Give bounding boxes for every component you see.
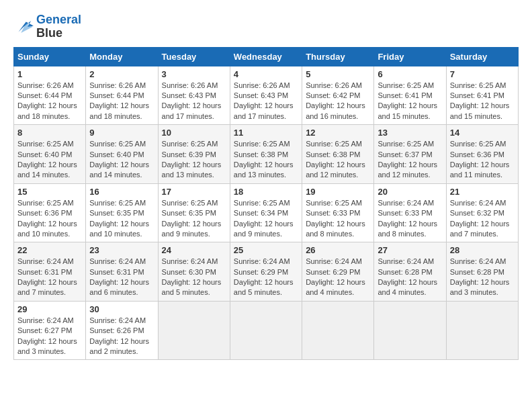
header-monday: Monday xyxy=(86,47,158,66)
day-info: Sunrise: 6:25 AM Sunset: 6:33 PM Dayligh… xyxy=(306,198,370,240)
day-number: 8 xyxy=(17,128,82,138)
day-info: Sunrise: 6:25 AM Sunset: 6:37 PM Dayligh… xyxy=(378,139,442,181)
day-number: 27 xyxy=(378,245,442,255)
day-info: Sunrise: 6:26 AM Sunset: 6:44 PM Dayligh… xyxy=(17,81,82,122)
calendar-day: 12 Sunrise: 6:25 AM Sunset: 6:38 PM Dayl… xyxy=(302,125,374,184)
day-info: Sunrise: 6:26 AM Sunset: 6:43 PM Dayligh… xyxy=(162,81,226,122)
day-number: 5 xyxy=(306,69,370,79)
calendar-day: 11 Sunrise: 6:25 AM Sunset: 6:38 PM Dayl… xyxy=(230,125,302,184)
logo-icon xyxy=(13,17,34,37)
day-info: Sunrise: 6:25 AM Sunset: 6:38 PM Dayligh… xyxy=(306,139,370,181)
day-number: 14 xyxy=(450,128,515,138)
calendar-week-5: 29 Sunrise: 6:24 AM Sunset: 6:27 PM Dayl… xyxy=(14,301,519,360)
calendar-day xyxy=(302,301,374,360)
calendar-day: 29 Sunrise: 6:24 AM Sunset: 6:27 PM Dayl… xyxy=(14,301,86,360)
day-number: 15 xyxy=(17,187,82,197)
day-info: Sunrise: 6:24 AM Sunset: 6:29 PM Dayligh… xyxy=(306,257,370,298)
calendar-day: 22 Sunrise: 6:24 AM Sunset: 6:31 PM Dayl… xyxy=(14,242,86,302)
calendar-day: 5 Sunrise: 6:26 AM Sunset: 6:42 PM Dayli… xyxy=(302,66,374,125)
page-header: GeneralBlue xyxy=(13,13,519,40)
day-info: Sunrise: 6:25 AM Sunset: 6:36 PM Dayligh… xyxy=(450,139,515,181)
day-info: Sunrise: 6:26 AM Sunset: 6:44 PM Dayligh… xyxy=(89,81,154,122)
calendar-day: 28 Sunrise: 6:24 AM Sunset: 6:28 PM Dayl… xyxy=(446,242,518,302)
day-number: 10 xyxy=(162,128,226,138)
day-info: Sunrise: 6:25 AM Sunset: 6:39 PM Dayligh… xyxy=(162,139,226,181)
day-number: 26 xyxy=(306,245,370,255)
calendar-week-2: 8 Sunrise: 6:25 AM Sunset: 6:40 PM Dayli… xyxy=(14,125,519,184)
day-info: Sunrise: 6:25 AM Sunset: 6:38 PM Dayligh… xyxy=(234,139,298,181)
calendar-day: 18 Sunrise: 6:25 AM Sunset: 6:34 PM Dayl… xyxy=(230,183,302,242)
day-number: 30 xyxy=(89,304,154,314)
calendar-day: 2 Sunrise: 6:26 AM Sunset: 6:44 PM Dayli… xyxy=(86,66,158,125)
calendar-day: 19 Sunrise: 6:25 AM Sunset: 6:33 PM Dayl… xyxy=(302,183,374,242)
calendar-day: 1 Sunrise: 6:26 AM Sunset: 6:44 PM Dayli… xyxy=(14,66,86,125)
calendar-day: 6 Sunrise: 6:25 AM Sunset: 6:41 PM Dayli… xyxy=(374,66,446,125)
header-friday: Friday xyxy=(374,47,446,66)
svg-marker-1 xyxy=(21,23,32,33)
day-number: 2 xyxy=(89,69,154,79)
day-info: Sunrise: 6:25 AM Sunset: 6:41 PM Dayligh… xyxy=(378,81,442,122)
calendar-day: 9 Sunrise: 6:25 AM Sunset: 6:40 PM Dayli… xyxy=(86,125,158,184)
day-number: 11 xyxy=(234,128,298,138)
day-number: 22 xyxy=(17,245,82,255)
day-info: Sunrise: 6:26 AM Sunset: 6:43 PM Dayligh… xyxy=(234,81,298,122)
calendar-day: 15 Sunrise: 6:25 AM Sunset: 6:36 PM Dayl… xyxy=(14,183,86,242)
calendar-day: 21 Sunrise: 6:24 AM Sunset: 6:32 PM Dayl… xyxy=(446,183,518,242)
calendar-day: 7 Sunrise: 6:25 AM Sunset: 6:41 PM Dayli… xyxy=(446,66,518,125)
day-number: 24 xyxy=(162,245,226,255)
calendar-week-3: 15 Sunrise: 6:25 AM Sunset: 6:36 PM Dayl… xyxy=(14,183,519,242)
day-info: Sunrise: 6:25 AM Sunset: 6:35 PM Dayligh… xyxy=(162,198,226,240)
calendar-day: 10 Sunrise: 6:25 AM Sunset: 6:39 PM Dayl… xyxy=(158,125,230,184)
day-number: 21 xyxy=(450,187,515,197)
day-number: 18 xyxy=(234,187,298,197)
calendar-day: 16 Sunrise: 6:25 AM Sunset: 6:35 PM Dayl… xyxy=(86,183,158,242)
calendar-day: 27 Sunrise: 6:24 AM Sunset: 6:28 PM Dayl… xyxy=(374,242,446,302)
day-number: 7 xyxy=(450,69,515,79)
calendar-table: SundayMondayTuesdayWednesdayThursdayFrid… xyxy=(13,47,519,361)
day-info: Sunrise: 6:25 AM Sunset: 6:34 PM Dayligh… xyxy=(234,198,298,240)
calendar-day: 23 Sunrise: 6:24 AM Sunset: 6:31 PM Dayl… xyxy=(86,242,158,302)
day-info: Sunrise: 6:25 AM Sunset: 6:41 PM Dayligh… xyxy=(450,81,515,122)
day-number: 29 xyxy=(17,304,82,314)
calendar-week-1: 1 Sunrise: 6:26 AM Sunset: 6:44 PM Dayli… xyxy=(14,66,519,125)
calendar-day: 8 Sunrise: 6:25 AM Sunset: 6:40 PM Dayli… xyxy=(14,125,86,184)
day-info: Sunrise: 6:24 AM Sunset: 6:26 PM Dayligh… xyxy=(89,316,154,357)
calendar-week-4: 22 Sunrise: 6:24 AM Sunset: 6:31 PM Dayl… xyxy=(14,242,519,302)
calendar-day xyxy=(158,301,230,360)
day-number: 6 xyxy=(378,69,442,79)
day-number: 1 xyxy=(17,69,82,79)
day-number: 16 xyxy=(89,187,154,197)
day-number: 25 xyxy=(234,245,298,255)
header-tuesday: Tuesday xyxy=(158,47,230,66)
day-number: 13 xyxy=(378,128,442,138)
day-number: 12 xyxy=(306,128,370,138)
day-number: 23 xyxy=(89,245,154,255)
calendar-day: 24 Sunrise: 6:24 AM Sunset: 6:30 PM Dayl… xyxy=(158,242,230,302)
day-number: 9 xyxy=(89,128,154,138)
calendar-day xyxy=(446,301,518,360)
day-info: Sunrise: 6:24 AM Sunset: 6:31 PM Dayligh… xyxy=(17,257,82,298)
header-sunday: Sunday xyxy=(14,47,86,66)
day-info: Sunrise: 6:24 AM Sunset: 6:33 PM Dayligh… xyxy=(378,198,442,240)
header-wednesday: Wednesday xyxy=(230,47,302,66)
day-number: 20 xyxy=(378,187,442,197)
day-info: Sunrise: 6:25 AM Sunset: 6:40 PM Dayligh… xyxy=(89,139,154,181)
day-number: 3 xyxy=(162,69,226,79)
calendar-day: 17 Sunrise: 6:25 AM Sunset: 6:35 PM Dayl… xyxy=(158,183,230,242)
calendar-day: 13 Sunrise: 6:25 AM Sunset: 6:37 PM Dayl… xyxy=(374,125,446,184)
calendar-day: 4 Sunrise: 6:26 AM Sunset: 6:43 PM Dayli… xyxy=(230,66,302,125)
logo: GeneralBlue xyxy=(13,13,81,40)
day-info: Sunrise: 6:24 AM Sunset: 6:32 PM Dayligh… xyxy=(450,198,515,240)
calendar-day: 3 Sunrise: 6:26 AM Sunset: 6:43 PM Dayli… xyxy=(158,66,230,125)
calendar-header-row: SundayMondayTuesdayWednesdayThursdayFrid… xyxy=(14,47,519,66)
day-info: Sunrise: 6:24 AM Sunset: 6:29 PM Dayligh… xyxy=(234,257,298,298)
calendar-day xyxy=(374,301,446,360)
day-number: 4 xyxy=(234,69,298,79)
header-saturday: Saturday xyxy=(446,47,518,66)
calendar-day: 25 Sunrise: 6:24 AM Sunset: 6:29 PM Dayl… xyxy=(230,242,302,302)
day-number: 28 xyxy=(450,245,515,255)
day-info: Sunrise: 6:24 AM Sunset: 6:30 PM Dayligh… xyxy=(162,257,226,298)
day-info: Sunrise: 6:26 AM Sunset: 6:42 PM Dayligh… xyxy=(306,81,370,122)
day-number: 17 xyxy=(162,187,226,197)
day-info: Sunrise: 6:24 AM Sunset: 6:28 PM Dayligh… xyxy=(378,257,442,298)
